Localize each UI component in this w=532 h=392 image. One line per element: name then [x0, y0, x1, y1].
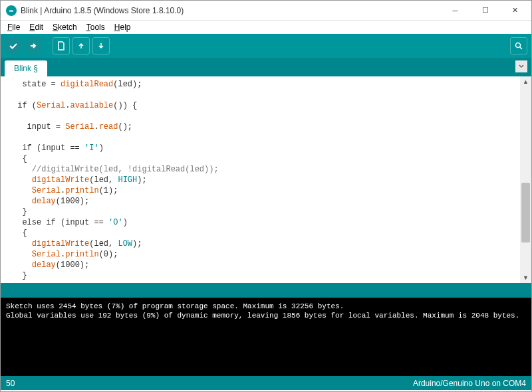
open-button[interactable]	[72, 37, 90, 54]
console-line: Global variables use 192 bytes (9%) of d…	[6, 311, 526, 320]
menu-bar: File Edit Sketch Tools Help	[1, 21, 531, 34]
scroll-up-icon[interactable]: ▲	[520, 76, 531, 87]
menu-help[interactable]: Help	[110, 21, 135, 33]
arrow-down-icon	[96, 41, 106, 50]
tab-menu-button[interactable]	[515, 60, 527, 72]
svg-point-0	[516, 43, 521, 48]
menu-tools[interactable]: Tools	[82, 21, 109, 33]
menu-file[interactable]: File	[3, 21, 24, 33]
check-icon	[9, 41, 18, 50]
menu-sketch[interactable]: Sketch	[49, 21, 81, 33]
serial-monitor-icon	[514, 41, 523, 50]
chevron-down-icon	[518, 63, 525, 70]
editor-area: state = digitalRead(led); if (Serial.ava…	[1, 76, 531, 283]
minimize-button[interactable]: ─	[440, 1, 470, 21]
upload-button[interactable]	[25, 37, 42, 54]
console-line: Sketch uses 2454 bytes (7%) of program s…	[6, 302, 526, 311]
scroll-thumb[interactable]	[521, 183, 530, 243]
toolbar	[1, 34, 531, 58]
arrow-right-icon	[29, 41, 38, 50]
new-button[interactable]	[53, 37, 70, 54]
title-bar: ∞ Blink | Arduino 1.8.5 (Windows Store 1…	[1, 1, 531, 21]
file-icon	[57, 41, 66, 50]
maximize-button[interactable]: ☐	[470, 1, 500, 21]
tab-blink[interactable]: Blink §	[5, 60, 47, 76]
verify-button[interactable]	[5, 37, 22, 54]
app-icon: ∞	[6, 5, 17, 16]
tab-strip: Blink §	[1, 58, 531, 76]
status-board-port: Arduino/Genuino Uno on COM4	[413, 379, 526, 388]
console-header	[1, 286, 531, 298]
window-title: Blink | Arduino 1.8.5 (Windows Store 1.8…	[21, 6, 440, 15]
status-line-number: 50	[6, 379, 15, 388]
close-button[interactable]: ✕	[500, 1, 530, 21]
save-button[interactable]	[92, 37, 110, 54]
arrow-up-icon	[76, 41, 86, 50]
editor-scrollbar[interactable]: ▲ ▼	[520, 76, 531, 283]
menu-edit[interactable]: Edit	[25, 21, 47, 33]
scroll-down-icon[interactable]: ▼	[520, 272, 531, 283]
status-bar: 50 Arduino/Genuino Uno on COM4	[1, 376, 531, 390]
code-editor[interactable]: state = digitalRead(led); if (Serial.ava…	[1, 76, 520, 283]
serial-monitor-button[interactable]	[510, 37, 527, 54]
output-console[interactable]: Sketch uses 2454 bytes (7%) of program s…	[1, 298, 531, 376]
